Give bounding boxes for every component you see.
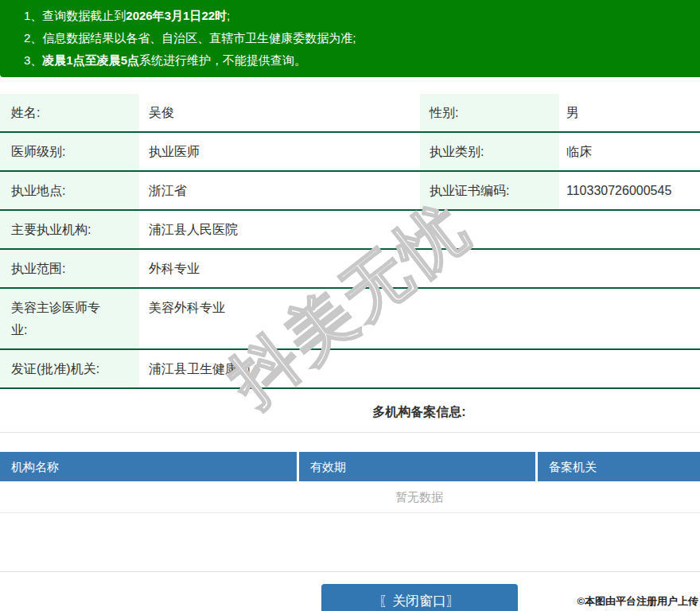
cosmetic-chief-specialty-label: 美容主诊医师专业: <box>0 289 139 348</box>
issuing-authority-label: 发证(批准)机关: <box>0 350 139 387</box>
footer-divider <box>0 571 700 572</box>
column-header-validity-period: 有效期 <box>299 452 538 481</box>
notice-line-2: 2、信息数据结果以各省、自治区、直辖市卫生健康委数据为准; <box>24 27 700 49</box>
notice-line-3: 3、凌晨1点至凌晨5点系统进行维护，不能提供查询。 <box>24 49 700 72</box>
name-value: 吴俊 <box>139 94 420 131</box>
notice-text: 系统进行维护，不能提供查询。 <box>139 53 306 67</box>
close-window-button[interactable]: 〖关闭窗口〗 <box>321 584 518 611</box>
notice-number: 1、 <box>24 9 42 22</box>
table-row: 主要执业机构: 浦江县人民医院 <box>0 211 700 250</box>
doctor-level-value: 执业医师 <box>139 133 420 170</box>
cosmetic-chief-specialty-value: 美容外科专业 <box>139 289 700 348</box>
table-row: 发证(批准)机关: 浦江县卫生健康局 <box>0 350 700 389</box>
notice-bold-text: 2026年3月1日22时 <box>126 9 227 22</box>
gender-label: 性别: <box>420 94 559 131</box>
copyright-watermark: ©本图由平台注册用户上传 <box>577 594 698 609</box>
no-data-message: 暂无数据 <box>0 481 700 513</box>
table-row: 执业地点: 浙江省 执业证书编码: 110330726000545 <box>0 172 700 211</box>
table-row: 姓名: 吴俊 性别: 男 <box>0 94 700 133</box>
notice-text: 查询数据截止到 <box>42 9 126 22</box>
name-label: 姓名: <box>0 94 139 131</box>
notice-number: 3、 <box>24 53 42 67</box>
filing-section-title: 多机构备案信息: <box>0 402 700 422</box>
table-row: 医师级别: 执业医师 执业类别: 临床 <box>0 133 700 172</box>
practice-scope-value: 外科专业 <box>139 250 700 287</box>
page-content: 1、查询数据截止到2026年3月1日22时; 2、信息数据结果以各省、自治区、直… <box>0 0 700 611</box>
practice-category-value: 临床 <box>559 133 700 170</box>
practice-scope-label: 执业范围: <box>0 250 139 287</box>
notice-bold-text: 凌晨1点至凌晨5点 <box>42 53 139 67</box>
notice-number: 2、 <box>24 31 42 45</box>
notice-line-1: 1、查询数据截止到2026年3月1日22时; <box>24 5 700 27</box>
doctor-info-table: 姓名: 吴俊 性别: 男 医师级别: 执业医师 执业类别: 临床 执业地点: 浙… <box>0 94 700 389</box>
certificate-number-value: 110330726000545 <box>559 172 700 209</box>
practice-location-value: 浙江省 <box>139 172 420 209</box>
spacer <box>0 513 700 571</box>
table-row: 执业范围: 外科专业 <box>0 250 700 289</box>
notice-banner: 1、查询数据截止到2026年3月1日22时; 2、信息数据结果以各省、自治区、直… <box>0 0 700 77</box>
column-header-institution-name: 机构名称 <box>0 452 299 481</box>
section-divider <box>0 432 700 433</box>
main-institution-label: 主要执业机构: <box>0 211 139 248</box>
main-institution-value: 浦江县人民医院 <box>139 211 700 248</box>
practice-location-label: 执业地点: <box>0 172 139 209</box>
issuing-authority-value: 浦江县卫生健康局 <box>139 350 700 387</box>
practice-category-label: 执业类别: <box>420 133 559 170</box>
gender-value: 男 <box>559 94 700 131</box>
column-header-filing-authority: 备案机关 <box>538 452 700 481</box>
doctor-level-label: 医师级别: <box>0 133 139 170</box>
filing-table-header: 机构名称 有效期 备案机关 <box>0 452 700 481</box>
notice-text: ; <box>227 9 230 22</box>
table-row: 美容主诊医师专业: 美容外科专业 <box>0 289 700 350</box>
notice-text: 信息数据结果以各省、自治区、直辖市卫生健康委数据为准; <box>42 31 356 45</box>
certificate-number-label: 执业证书编码: <box>420 172 559 209</box>
